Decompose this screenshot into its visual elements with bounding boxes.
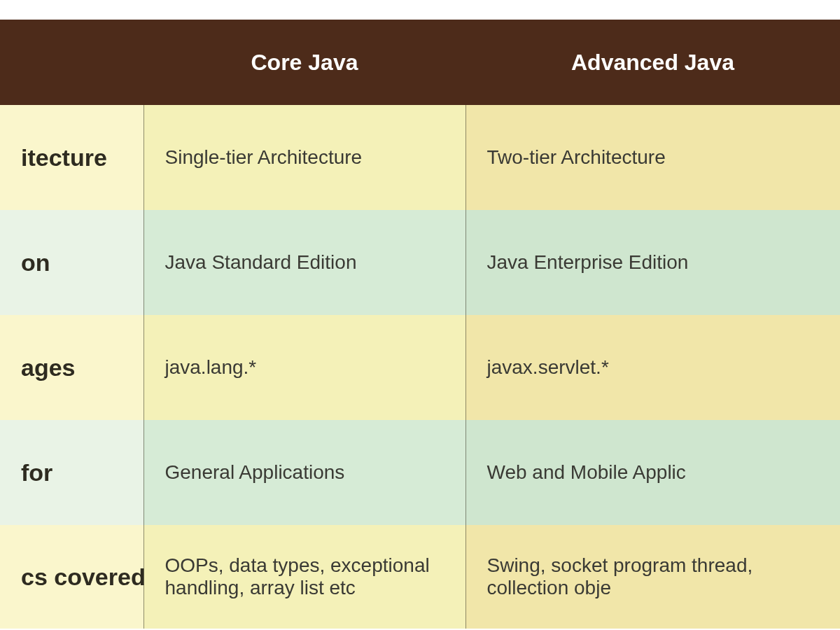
cell-core: General Applications (144, 420, 465, 525)
cell-advanced: Two-tier Architecture (465, 105, 840, 210)
header-advanced-java: Advanced Java (465, 20, 840, 105)
row-label-usedfor: for (0, 420, 144, 525)
header-row: Core Java Advanced Java (0, 20, 840, 105)
table-row: on Java Standard Edition Java Enterprise… (0, 210, 840, 315)
cell-advanced: Swing, socket program thread, collection… (465, 525, 840, 629)
row-label-topics: cs covered (0, 525, 144, 629)
header-core-java: Core Java (144, 20, 465, 105)
comparison-table-wrapper: Core Java Advanced Java itecture Single-… (0, 0, 840, 630)
row-label-edition: on (0, 210, 144, 315)
table-row: for General Applications Web and Mobile … (0, 420, 840, 525)
cell-advanced: javax.servlet.* (465, 315, 840, 420)
cell-advanced: Web and Mobile Applic (465, 420, 840, 525)
header-blank (0, 20, 144, 105)
cell-core: java.lang.* (144, 315, 465, 420)
table-row: cs covered OOPs, data types, exceptional… (0, 525, 840, 629)
row-label-architecture: itecture (0, 105, 144, 210)
cell-core: Java Standard Edition (144, 210, 465, 315)
cell-core: Single-tier Architecture (144, 105, 465, 210)
row-label-packages: ages (0, 315, 144, 420)
table-row: ages java.lang.* javax.servlet.* (0, 315, 840, 420)
cell-advanced: Java Enterprise Edition (465, 210, 840, 315)
comparison-table: Core Java Advanced Java itecture Single-… (0, 20, 840, 629)
cell-core: OOPs, data types, exceptional handling, … (144, 525, 465, 629)
table-row: itecture Single-tier Architecture Two-ti… (0, 105, 840, 210)
